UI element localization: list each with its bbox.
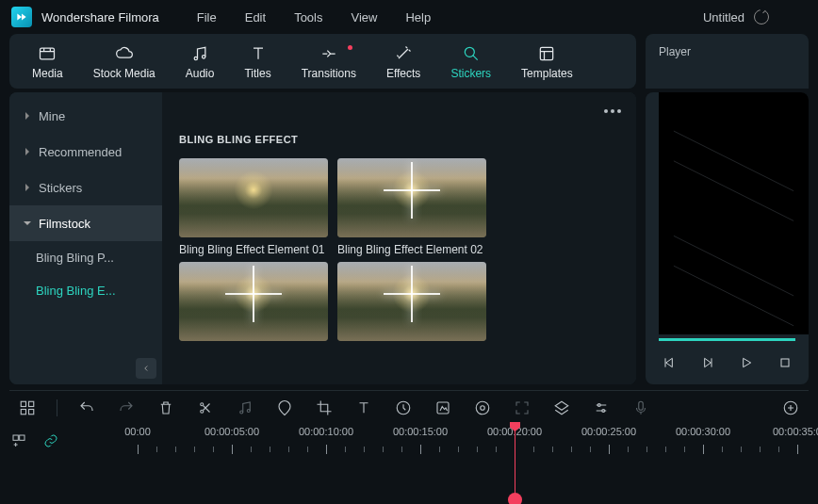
play-button[interactable] xyxy=(738,352,756,373)
more-options-button[interactable] xyxy=(604,109,621,113)
playhead[interactable] xyxy=(515,424,515,499)
sticker-grid: Bling Bling Effect Element 01 Bling Blin… xyxy=(162,158,636,347)
app-title: Wondershare Filmora xyxy=(41,10,159,24)
tab-label: Media xyxy=(32,67,63,80)
sidebar-sub-bling-pack[interactable]: Bling Bling P... xyxy=(9,241,151,274)
sidebar-item-label: Stickers xyxy=(39,181,82,195)
menu-help[interactable]: Help xyxy=(405,10,431,24)
marker-button[interactable] xyxy=(274,398,295,418)
tab-media[interactable]: Media xyxy=(17,43,78,80)
separator xyxy=(57,399,57,416)
svg-point-10 xyxy=(201,402,204,405)
crop-button[interactable] xyxy=(314,398,335,418)
adjust-button[interactable] xyxy=(591,398,612,418)
player-progress[interactable] xyxy=(659,338,795,341)
stop-button[interactable] xyxy=(776,352,793,373)
tab-label: Audio xyxy=(186,67,215,80)
prev-frame-button[interactable] xyxy=(661,352,679,373)
player-canvas[interactable] xyxy=(659,92,809,334)
fullscreen-button[interactable] xyxy=(512,398,532,418)
svg-rect-4 xyxy=(541,47,553,59)
voice-button[interactable] xyxy=(630,398,651,418)
sidebar-collapse-button[interactable] xyxy=(136,358,156,379)
timeline[interactable]: 00:0000:00:05:0000:00:10:0000:00:15:0000… xyxy=(9,426,809,494)
sidebar-sub-bling-effect[interactable]: Bling Bling E... xyxy=(9,274,151,307)
sticker-label: Bling Bling Effect Element 02 xyxy=(337,243,486,256)
sticker-card[interactable] xyxy=(337,262,486,347)
tab-transitions[interactable]: Transitions xyxy=(286,43,371,80)
menu-tools[interactable]: Tools xyxy=(294,10,322,24)
tab-titles[interactable]: Titles xyxy=(229,43,286,80)
transitions-icon xyxy=(319,43,339,64)
timeline-toolbar xyxy=(9,390,809,424)
music-icon xyxy=(189,43,210,64)
ruler-label: 00:00:15:00 xyxy=(393,426,448,437)
media-icon xyxy=(37,43,57,64)
svg-point-1 xyxy=(194,57,197,59)
delete-button[interactable] xyxy=(155,398,176,418)
section-title: BLING BLING EFFECT xyxy=(162,130,636,158)
sidebar-item-label: Filmstock xyxy=(39,217,90,231)
sticker-card[interactable] xyxy=(179,262,328,347)
render-button[interactable] xyxy=(551,398,572,418)
svg-point-17 xyxy=(481,405,485,410)
tab-label: Effects xyxy=(386,67,420,80)
svg-rect-20 xyxy=(639,401,644,410)
undo-button[interactable] xyxy=(76,398,97,418)
sidebar-item-recommended[interactable]: Recommended xyxy=(9,134,162,170)
sidebar-item-filmstock[interactable]: Filmstock xyxy=(9,205,162,241)
sidebar: Mine Recommended Stickers Filmstock Blin… xyxy=(9,92,162,384)
sidebar-item-label: Mine xyxy=(39,109,65,123)
svg-point-13 xyxy=(247,409,250,412)
app-logo xyxy=(11,7,32,27)
svg-rect-6 xyxy=(21,401,25,406)
tab-label: Templates xyxy=(521,67,573,80)
layout-button[interactable] xyxy=(17,398,38,418)
sidebar-item-stickers[interactable]: Stickers xyxy=(9,170,162,205)
keyframe-button[interactable] xyxy=(472,398,493,418)
sticker-card[interactable]: Bling Bling Effect Element 01 xyxy=(179,158,328,256)
tab-effects[interactable]: Effects xyxy=(371,43,435,80)
player-panel-body xyxy=(646,92,809,384)
audio-detach-button[interactable] xyxy=(235,398,255,418)
notification-dot xyxy=(348,45,352,50)
menu-view[interactable]: View xyxy=(351,10,377,24)
tab-audio[interactable]: Audio xyxy=(171,43,230,80)
menu-edit[interactable]: Edit xyxy=(245,10,266,24)
svg-rect-5 xyxy=(781,359,789,366)
speed-button[interactable] xyxy=(393,398,414,418)
menu-file[interactable]: File xyxy=(197,10,217,24)
content-topbar xyxy=(162,92,636,130)
mixer-button[interactable] xyxy=(780,398,801,418)
ruler-label: 00:00:10:00 xyxy=(299,426,353,437)
sticker-card[interactable]: Bling Bling Effect Element 02 xyxy=(337,158,486,256)
svg-rect-23 xyxy=(20,435,25,440)
project-status-icon[interactable] xyxy=(754,9,769,24)
ruler-label: 00:00:35:0 xyxy=(773,426,818,437)
split-button[interactable] xyxy=(195,398,216,418)
menu-bar: File Edit Tools View Help xyxy=(197,10,431,24)
redo-button[interactable] xyxy=(116,398,137,418)
sidebar-item-mine[interactable]: Mine xyxy=(9,98,162,134)
sticker-thumbnail xyxy=(337,158,486,237)
tab-stickers[interactable]: Stickers xyxy=(435,43,506,80)
svg-point-16 xyxy=(476,401,489,415)
tab-templates[interactable]: Templates xyxy=(506,43,588,80)
project-title-wrap: Untitled xyxy=(703,9,769,24)
color-button[interactable] xyxy=(433,398,453,418)
sticker-thumbnail xyxy=(179,158,328,237)
content-area: BLING BLING EFFECT Bling Bling Effect El… xyxy=(162,92,636,384)
effects-icon xyxy=(393,43,414,64)
sticker-thumbnail xyxy=(179,262,328,341)
timeline-ruler[interactable]: 00:0000:00:05:0000:00:10:0000:00:15:0000… xyxy=(100,426,809,460)
text-icon xyxy=(248,43,269,64)
project-title[interactable]: Untitled xyxy=(703,10,744,24)
player-controls xyxy=(646,349,809,384)
text-button[interactable] xyxy=(353,398,374,418)
link-button[interactable] xyxy=(41,431,60,450)
svg-rect-8 xyxy=(21,409,25,414)
next-frame-button[interactable] xyxy=(699,352,717,373)
tab-stock-media[interactable]: Stock Media xyxy=(78,43,171,80)
svg-point-2 xyxy=(203,55,205,57)
track-add-button[interactable] xyxy=(9,431,28,450)
